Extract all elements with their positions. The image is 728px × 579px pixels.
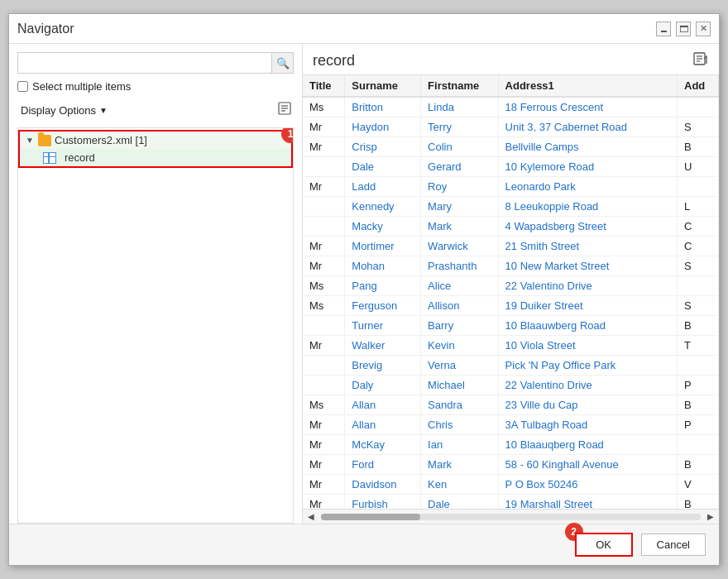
maximize-button[interactable]: 🗖 [676, 22, 691, 36]
table-cell: Brevig [345, 356, 421, 376]
scroll-track[interactable] [321, 514, 701, 520]
table-cell: Mr [303, 435, 345, 455]
table-cell: Colin [421, 137, 498, 157]
table-cell: Daly [345, 376, 421, 395]
table-cell: Unit 3, 37 Cabernet Road [498, 117, 677, 137]
table-row: MrLaddRoyLeonardo Park [303, 177, 719, 197]
table-cell [303, 376, 345, 395]
table-cell: Sandra [421, 395, 498, 415]
table-cell: Ms [303, 395, 345, 415]
export-button[interactable] [692, 50, 709, 71]
table-row: MrDavidsonKenP O Box 50246V [303, 475, 719, 495]
select-multiple-checkbox[interactable] [17, 81, 28, 92]
table-row: KennedyMary8 Leeukoppie RoadL [303, 197, 719, 217]
table-cell: Ford [345, 455, 421, 475]
table-cell: 10 New Market Street [498, 256, 677, 276]
table-row: BrevigVernaPick 'N Pay Office Park [303, 356, 719, 376]
display-options-button[interactable]: Display Options ▼ [17, 103, 111, 118]
scroll-right-icon[interactable]: ▶ [704, 512, 717, 521]
table-cell [303, 217, 345, 237]
table-cell: Turner [345, 316, 421, 336]
table-cell: 21 Smith Street [498, 237, 677, 256]
table-cell: Ken [421, 475, 498, 495]
table-cell: 58 - 60 Kinghall Avenue [498, 455, 677, 475]
table-cell: Pang [345, 276, 421, 296]
table-row: MrAllanChris3A Tulbagh RoadP [303, 415, 719, 435]
table-row: MrMcKayIan10 Blaauqberg Road [303, 435, 719, 455]
table-cell: S [678, 256, 719, 276]
horizontal-scrollbar[interactable]: ◀ ▶ [303, 509, 719, 524]
table-cell: 23 Ville du Cap [498, 395, 677, 415]
scroll-thumb[interactable] [321, 514, 420, 520]
minimize-button[interactable]: 🗕 [656, 22, 671, 36]
table-cell: 10 Viola Street [498, 336, 677, 356]
table-cell: Allan [345, 395, 421, 415]
table-cell: Roy [421, 177, 498, 197]
table-cell: Macky [345, 217, 421, 237]
search-input[interactable] [17, 52, 272, 74]
table-cell: 22 Valentino Drive [498, 376, 677, 395]
table-cell: Gerard [421, 157, 498, 177]
record-node-label: record [65, 151, 95, 164]
window-title: Navigator [17, 22, 74, 36]
scroll-left-icon[interactable]: ◀ [304, 512, 318, 521]
col-firstname: Firstname [421, 75, 498, 97]
window-controls: 🗕 🗖 ✕ [656, 22, 711, 36]
table-cell: Britton [345, 97, 421, 117]
ok-button[interactable]: OK [575, 533, 633, 557]
table-cell: Alice [421, 276, 498, 296]
table-cell: Mr [303, 177, 345, 197]
table-cell: Mary [421, 197, 498, 217]
table-cell: Mr [303, 117, 345, 137]
table-cell [678, 97, 719, 117]
table-cell: Davidson [345, 475, 421, 495]
file-node[interactable]: ▼ Customers2.xml [1] [20, 132, 291, 149]
table-cell: T [678, 336, 719, 356]
table-cell: P [678, 376, 719, 395]
table-cell: 4 Wapadsberg Street [498, 217, 677, 237]
table-cell: Mr [303, 455, 345, 475]
cancel-button[interactable]: Cancel [641, 534, 706, 556]
table-cell: Ms [303, 296, 345, 316]
table-cell: Kevin [421, 336, 498, 356]
record-title: record [313, 52, 355, 69]
table-cell [303, 157, 345, 177]
table-cell: Mr [303, 495, 345, 510]
table-cell: P [678, 415, 719, 435]
tree-area[interactable]: ▼ Customers2.xml [1] 1 record [17, 127, 294, 524]
table-cell: Warwick [421, 237, 498, 256]
table-cell: Verna [421, 356, 498, 376]
table-cell [678, 276, 719, 296]
table-row: DaleGerard10 Kylemore RoadU [303, 157, 719, 177]
table-icon [43, 152, 56, 164]
display-options-label: Display Options [21, 104, 96, 117]
table-cell: Furbish [345, 495, 421, 510]
table-cell: Allison [421, 296, 498, 316]
search-button[interactable]: 🔍 [272, 52, 294, 74]
table-cell: Michael [421, 376, 498, 395]
table-cell [678, 356, 719, 376]
title-bar: Navigator 🗕 🗖 ✕ [9, 14, 719, 44]
table-row: MsPangAlice22 Valentino Drive [303, 276, 719, 296]
table-cell: Barry [421, 316, 498, 336]
table-cell: Mr [303, 415, 345, 435]
table-cell: Allan [345, 415, 421, 435]
left-panel: 🔍 Select multiple items Display Options … [9, 44, 303, 524]
data-table-container[interactable]: Title Surname Firstname Address1 Add MsB… [303, 75, 719, 509]
table-cell [678, 435, 719, 455]
close-button[interactable]: ✕ [696, 22, 711, 36]
table-cell: McKay [345, 435, 421, 455]
import-button[interactable] [275, 99, 294, 121]
table-cell: Dale [421, 495, 498, 510]
table-cell: U [678, 157, 719, 177]
table-cell [678, 177, 719, 197]
table-cell [303, 197, 345, 217]
ok-button-wrapper: 2 OK [575, 533, 633, 557]
col-surname: Surname [345, 75, 421, 97]
record-node[interactable]: record [20, 149, 291, 166]
table-cell: Mr [303, 336, 345, 356]
table-cell: Bellville Camps [498, 137, 677, 157]
table-cell: C [678, 237, 719, 256]
table-cell: Mortimer [345, 237, 421, 256]
table-row: MrFurbishDale19 Marshall StreetB [303, 495, 719, 510]
